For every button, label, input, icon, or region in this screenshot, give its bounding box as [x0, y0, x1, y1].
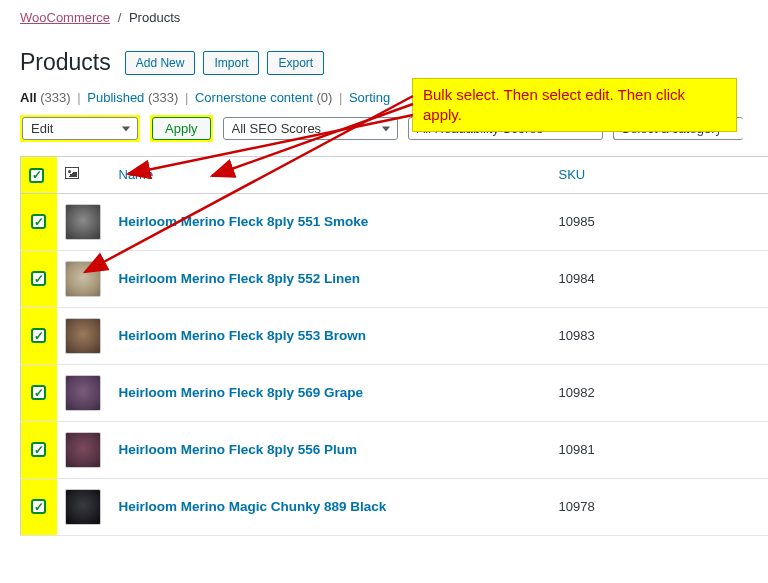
product-thumbnail[interactable] [65, 375, 101, 411]
product-sku: 10984 [559, 271, 595, 286]
row-checkbox[interactable] [31, 214, 46, 229]
product-name-link[interactable]: Heirloom Merino Magic Chunky 889 Black [119, 499, 387, 514]
product-name-link[interactable]: Heirloom Merino Fleck 8ply 551 Smoke [119, 214, 369, 229]
product-thumbnail[interactable] [65, 318, 101, 354]
col-select-all [21, 157, 57, 194]
row-checkbox[interactable] [31, 328, 46, 343]
add-new-button[interactable]: Add New [125, 51, 196, 75]
import-button[interactable]: Import [203, 51, 259, 75]
product-thumbnail[interactable] [65, 261, 101, 297]
row-checkbox[interactable] [31, 442, 46, 457]
col-name-sort[interactable]: Name [119, 167, 154, 182]
table-row: Heirloom Merino Fleck 8ply 556 Plum10981 [21, 421, 769, 478]
product-sku: 10981 [559, 442, 595, 457]
apply-button[interactable]: Apply [152, 117, 211, 140]
image-icon [65, 167, 79, 179]
table-row: Heirloom Merino Fleck 8ply 552 Linen1098… [21, 250, 769, 307]
breadcrumb-separator: / [118, 10, 122, 25]
product-thumbnail[interactable] [65, 204, 101, 240]
table-row: Heirloom Merino Fleck 8ply 569 Grape1098… [21, 364, 769, 421]
row-checkbox[interactable] [31, 385, 46, 400]
page-header: Products Add New Import Export [20, 49, 768, 76]
product-sku: 10983 [559, 328, 595, 343]
table-row: Heirloom Merino Magic Chunky 889 Black10… [21, 478, 769, 535]
product-sku: 10982 [559, 385, 595, 400]
table-row: Heirloom Merino Fleck 8ply 551 Smoke1098… [21, 193, 769, 250]
breadcrumb-current: Products [129, 10, 180, 25]
annotation-callout: Bulk select. Then select edit. Then clic… [412, 78, 737, 132]
product-sku: 10985 [559, 214, 595, 229]
filter-all[interactable]: All [20, 90, 37, 105]
select-all-checkbox[interactable] [29, 168, 44, 183]
seo-score-select[interactable]: All SEO Scores [223, 117, 398, 140]
row-checkbox[interactable] [31, 499, 46, 514]
breadcrumb-parent-link[interactable]: WooCommerce [20, 10, 110, 25]
filter-published[interactable]: Published [87, 90, 144, 105]
product-name-link[interactable]: Heirloom Merino Fleck 8ply 569 Grape [119, 385, 364, 400]
col-image [57, 157, 111, 194]
col-sku-sort[interactable]: SKU [559, 167, 586, 182]
products-table: Name SKU Heirloom Merino Fleck 8ply 551 … [20, 156, 768, 536]
page-title: Products [20, 49, 111, 76]
product-thumbnail[interactable] [65, 432, 101, 468]
product-thumbnail[interactable] [65, 489, 101, 525]
product-name-link[interactable]: Heirloom Merino Fleck 8ply 556 Plum [119, 442, 358, 457]
filter-sorting[interactable]: Sorting [349, 90, 390, 105]
product-name-link[interactable]: Heirloom Merino Fleck 8ply 553 Brown [119, 328, 367, 343]
product-name-link[interactable]: Heirloom Merino Fleck 8ply 552 Linen [119, 271, 361, 286]
bulk-action-select[interactable]: Edit [22, 117, 138, 140]
table-row: Heirloom Merino Fleck 8ply 553 Brown1098… [21, 307, 769, 364]
row-checkbox[interactable] [31, 271, 46, 286]
filter-cornerstone[interactable]: Cornerstone content [195, 90, 313, 105]
annotation-text: Bulk select. Then select edit. Then clic… [423, 86, 685, 123]
export-button[interactable]: Export [267, 51, 324, 75]
breadcrumb: WooCommerce / Products [20, 10, 768, 25]
product-sku: 10978 [559, 499, 595, 514]
